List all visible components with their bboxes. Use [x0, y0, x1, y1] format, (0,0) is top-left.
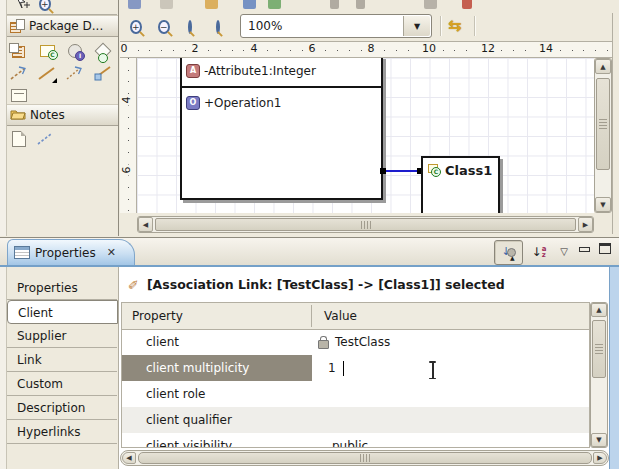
- class1-header[interactable]: C Class1: [428, 163, 492, 178]
- clipped-toolbar-icon[interactable]: [330, 0, 339, 9]
- properties-horizontal-scrollbar[interactable]: ◀ ▶: [120, 450, 609, 466]
- clipped-toolbar-icon[interactable]: [128, 0, 141, 9]
- editor-vertical-scrollbar[interactable]: ▲ ▼: [594, 58, 612, 213]
- palette-drawer-notes[interactable]: Notes: [7, 104, 118, 126]
- zoom-out-icon[interactable]: −: [158, 19, 170, 33]
- table-row-client-multiplicity[interactable]: client multiplicity 1: [122, 355, 589, 381]
- tabstrip-groove: [0, 267, 7, 469]
- table-row-client-qualifier[interactable]: client qualifier: [122, 407, 589, 433]
- scroll-up-icon: ▲: [596, 306, 601, 314]
- view-menu-button[interactable]: ▽: [556, 243, 572, 259]
- zoom-tool-icon[interactable]: +: [39, 0, 51, 10]
- sort-alphabetically-button[interactable]: ↓ az: [527, 240, 551, 263]
- clipped-toolbar-icon[interactable]: [205, 0, 218, 9]
- tab-link[interactable]: Link: [7, 348, 117, 372]
- tab-description[interactable]: Description: [7, 396, 117, 420]
- scrollbar-thumb[interactable]: [596, 78, 610, 170]
- diagram-canvas[interactable]: A -Attribute1:Integer O +Operation1 C Cl…: [137, 58, 594, 213]
- table-row-client[interactable]: client TestClass: [122, 329, 589, 355]
- testclass-class-box[interactable]: A -Attribute1:Integer O +Operation1: [180, 58, 383, 200]
- scroll-right-button[interactable]: ▶: [578, 217, 593, 232]
- class-tool-icon[interactable]: C: [36, 41, 58, 61]
- column-divider[interactable]: [311, 305, 312, 327]
- clipped-toolbar-icon[interactable]: [160, 0, 173, 9]
- select-tool-icon[interactable]: [13, 0, 31, 11]
- clipped-toolbar-icon[interactable]: [268, 0, 281, 9]
- scrollbar-thumb[interactable]: [592, 320, 606, 378]
- dependency-tool-icon[interactable]: [8, 63, 30, 83]
- association-link[interactable]: [383, 170, 421, 172]
- zoom-in-icon[interactable]: +: [130, 19, 142, 33]
- scroll-down-button[interactable]: ▼: [595, 197, 611, 212]
- clipped-toolbar-icon[interactable]: [243, 0, 256, 9]
- association-tool-icon[interactable]: [36, 63, 58, 83]
- ruler-number: 0: [120, 42, 131, 55]
- toolbar-separator: [474, 16, 476, 36]
- scrollbar-thumb[interactable]: [138, 452, 592, 464]
- zoom-selection-icon[interactable]: [216, 19, 220, 33]
- scroll-left-button[interactable]: ◀: [122, 452, 136, 464]
- table-row-client-visibility[interactable]: client visibility public: [122, 433, 589, 448]
- tab-properties[interactable]: Properties: [7, 276, 117, 300]
- table-row-client-role[interactable]: client role: [122, 381, 589, 407]
- package-tool-icon[interactable]: [8, 41, 30, 61]
- close-icon[interactable]: ✕: [107, 246, 116, 259]
- drawer-label: Package D...: [29, 19, 103, 33]
- attribute-row[interactable]: A -Attribute1:Integer: [186, 64, 316, 78]
- value-edit-field[interactable]: 1: [312, 355, 589, 381]
- operation-icon: O: [186, 96, 200, 110]
- note-attachment-tool-icon[interactable]: [34, 129, 56, 149]
- scroll-up-button[interactable]: ▲: [591, 303, 607, 317]
- operation-row[interactable]: O +Operation1: [186, 96, 281, 110]
- clipped-toolbar-icon[interactable]: [356, 0, 365, 9]
- editor-horizontal-scrollbar[interactable]: ◀ ▶: [137, 216, 594, 233]
- aggregation-tool-icon[interactable]: [92, 63, 114, 83]
- scroll-up-button[interactable]: ▲: [595, 59, 611, 74]
- scroll-left-button[interactable]: ◀: [138, 217, 153, 232]
- tab-supplier[interactable]: Supplier: [7, 324, 117, 348]
- show-categories-button[interactable]: ↓▲: [494, 240, 523, 265]
- scroll-right-icon: ▶: [597, 454, 602, 462]
- ruler-number: 4: [120, 95, 133, 106]
- note-page-tool-icon[interactable]: [8, 129, 30, 149]
- palette-drawer-package[interactable]: Package D...: [7, 15, 118, 37]
- operation-label: +Operation1: [204, 96, 281, 110]
- combo-dropdown-button[interactable]: ▼: [403, 16, 430, 36]
- interface-tool-icon[interactable]: I: [64, 41, 86, 61]
- palette-standard-tools: +: [7, 0, 117, 15]
- zoom-level-combo[interactable]: 100% ▼: [240, 14, 432, 38]
- clipped-toolbar-icon[interactable]: [424, 0, 437, 9]
- table-vertical-scrollbar[interactable]: ▲ ▼: [590, 302, 608, 448]
- lock-icon: [318, 340, 329, 349]
- scrollbar-thumb[interactable]: [155, 218, 576, 231]
- zoom-fit-icon[interactable]: [188, 19, 192, 33]
- property-table: Property Value client TestClass client m…: [121, 302, 590, 448]
- minimize-button[interactable]: [579, 247, 590, 252]
- clipped-toolbar-chevron-icon[interactable]: [462, 0, 472, 9]
- association-class-tool-icon[interactable]: [92, 41, 114, 61]
- tab-client[interactable]: Client: [7, 300, 118, 324]
- chevron-down-icon: ▼: [414, 22, 420, 31]
- horizontal-ruler: 0 2 4 6 8 10 12 14: [120, 42, 612, 58]
- value-cell: public: [312, 433, 589, 448]
- class1-class-box[interactable]: C Class1: [421, 156, 500, 213]
- zoom-level-value: 100%: [248, 19, 282, 33]
- tab-custom[interactable]: Custom: [7, 372, 117, 396]
- column-header-property: Property: [122, 309, 312, 323]
- swap-direction-icon[interactable]: ⇆: [448, 16, 461, 35]
- scroll-right-button[interactable]: ▶: [593, 452, 607, 464]
- note-tool-icon[interactable]: [8, 85, 30, 105]
- tab-hyperlinks[interactable]: Hyperlinks: [7, 420, 117, 444]
- class1-name: Class1: [445, 163, 492, 178]
- properties-view-tab[interactable]: Properties ✕: [7, 239, 135, 265]
- scroll-left-icon: ◀: [126, 454, 131, 462]
- ibeam-mouse-cursor: [428, 361, 437, 379]
- scroll-down-icon: ▼: [596, 436, 601, 444]
- maximize-button[interactable]: [599, 243, 611, 254]
- menu-triangle-icon: ▽: [560, 246, 568, 257]
- association-source-handle[interactable]: [380, 168, 386, 174]
- table-header-row[interactable]: Property Value: [122, 303, 589, 330]
- scroll-down-button[interactable]: ▼: [591, 433, 607, 447]
- package-diagram-icon: [10, 19, 25, 33]
- directed-association-tool-icon[interactable]: [64, 63, 86, 83]
